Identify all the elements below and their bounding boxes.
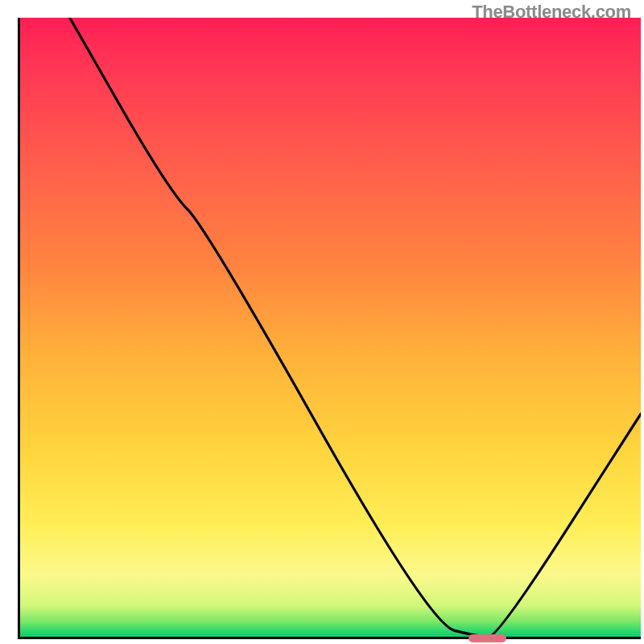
curve-path — [70, 18, 641, 637]
watermark-text: TheBottleneck.com — [472, 2, 631, 23]
chart-container: TheBottleneck.com — [0, 0, 644, 644]
bottleneck-curve — [20, 18, 641, 637]
optimal-zone-marker — [469, 634, 506, 642]
plot-area — [18, 18, 641, 639]
